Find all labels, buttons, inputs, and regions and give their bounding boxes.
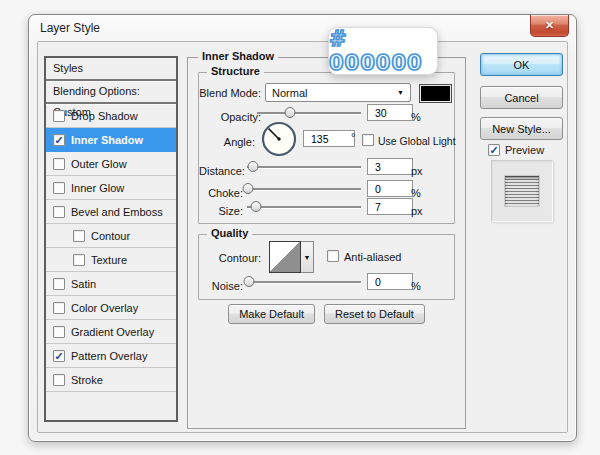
style-label: Inner Shadow: [71, 134, 143, 146]
close-button[interactable]: ✕: [530, 15, 569, 37]
cancel-button[interactable]: Cancel: [480, 86, 563, 109]
size-input[interactable]: [367, 198, 413, 215]
noise-input[interactable]: [367, 273, 413, 290]
style-checkbox[interactable]: [53, 302, 65, 314]
distance-slider-thumb[interactable]: [247, 161, 258, 172]
contour-picker[interactable]: ▼: [269, 241, 314, 273]
sidebar-item-texture[interactable]: Texture: [46, 248, 176, 272]
sidebar-item-color-overlay[interactable]: Color Overlay: [46, 296, 176, 320]
size-slider[interactable]: [247, 201, 361, 213]
style-checkbox[interactable]: ✓: [53, 350, 65, 362]
style-label: Outer Glow: [71, 158, 127, 170]
sidebar-item-outer-glow[interactable]: Outer Glow: [46, 152, 176, 176]
preview-toggle[interactable]: ✓ Preview: [488, 144, 544, 156]
distance-input[interactable]: [367, 158, 413, 175]
blend-mode-value: Normal: [272, 87, 307, 99]
sidebar-item-gradient-overlay[interactable]: Gradient Overlay: [46, 320, 176, 344]
style-label: Stroke: [71, 374, 103, 386]
contour-dropdown-icon[interactable]: ▼: [301, 241, 314, 273]
anti-aliased-checkbox[interactable]: [327, 250, 339, 262]
sidebar-item-stroke[interactable]: Stroke: [46, 368, 176, 392]
style-checkbox[interactable]: [73, 254, 85, 266]
distance-unit: px: [411, 165, 423, 177]
shadow-color-swatch[interactable]: [419, 84, 452, 103]
style-label: Texture: [91, 254, 127, 266]
choke-slider-thumb[interactable]: [243, 183, 254, 194]
distance-label: Distance:: [199, 165, 243, 177]
blend-mode-dropdown[interactable]: Normal ▼: [265, 83, 411, 102]
size-slider-thumb[interactable]: [251, 201, 262, 212]
action-column: OK Cancel New Style... ✓ Preview: [480, 42, 564, 432]
quality-legend: Quality: [207, 227, 252, 239]
new-style-button[interactable]: New Style...: [480, 117, 563, 140]
distance-slider[interactable]: [247, 161, 361, 173]
anti-aliased-label: Anti-aliased: [344, 251, 401, 263]
style-checkbox[interactable]: [53, 326, 65, 338]
ok-button[interactable]: OK: [480, 53, 563, 76]
hex-color-tooltip: # 000000: [328, 27, 438, 75]
style-label: Bevel and Emboss: [71, 206, 163, 218]
sidebar-item-inner-glow[interactable]: Inner Glow: [46, 176, 176, 200]
structure-group: Structure Blend Mode: Normal ▼ Opacity: …: [198, 72, 455, 224]
style-label: Gradient Overlay: [71, 326, 154, 338]
angle-unit: °: [351, 131, 355, 143]
size-unit: px: [411, 205, 423, 217]
sidebar-item-contour[interactable]: Contour: [46, 224, 176, 248]
choke-input[interactable]: [367, 180, 413, 197]
sidebar-item-inner-shadow[interactable]: ✓ Inner Shadow: [46, 128, 176, 152]
use-global-light-label: Use Global Light: [378, 135, 456, 147]
style-label: Color Overlay: [71, 302, 138, 314]
chevron-down-icon: ▼: [397, 89, 404, 96]
preview-label: Preview: [505, 144, 544, 156]
noise-slider-thumb[interactable]: [244, 276, 255, 287]
preview-pattern: [505, 176, 539, 206]
style-checkbox[interactable]: [53, 110, 65, 122]
structure-legend: Structure: [207, 65, 264, 77]
style-checkbox[interactable]: [53, 158, 65, 170]
quality-group: Quality Contour: ▼ Anti-aliased Noise: %: [198, 234, 455, 300]
preview-thumbnail: [491, 160, 553, 222]
style-label: Satin: [71, 278, 96, 290]
make-default-button[interactable]: Make Default: [228, 304, 315, 324]
style-items-container: Drop Shadow ✓ Inner Shadow Outer Glow In…: [46, 104, 176, 392]
opacity-slider-thumb[interactable]: [285, 107, 296, 118]
style-label: Contour: [91, 230, 130, 242]
styles-list: Styles Blending Options: Custom Drop Sha…: [44, 56, 178, 422]
angle-dial[interactable]: [261, 121, 297, 157]
desktop-background: Layer Style ✕ Styles Blending Options: C…: [0, 0, 600, 455]
style-checkbox[interactable]: ✓: [53, 134, 65, 146]
style-checkbox[interactable]: [53, 206, 65, 218]
close-icon: ✕: [545, 19, 554, 31]
style-checkbox[interactable]: [53, 278, 65, 290]
noise-slider[interactable]: [247, 276, 361, 288]
reset-to-default-button[interactable]: Reset to Default: [324, 304, 425, 324]
sidebar-item-satin[interactable]: Satin: [46, 272, 176, 296]
opacity-input[interactable]: [367, 104, 413, 121]
layer-style-dialog: Layer Style ✕ Styles Blending Options: C…: [28, 14, 577, 442]
style-checkbox[interactable]: [53, 182, 65, 194]
style-checkbox[interactable]: [53, 374, 65, 386]
style-checkbox[interactable]: [73, 230, 85, 242]
preview-checkbox[interactable]: ✓: [488, 144, 500, 156]
styles-header-label: Styles: [53, 62, 83, 74]
style-label: Pattern Overlay: [71, 350, 147, 362]
panel-title: Inner Shadow: [198, 50, 278, 62]
angle-input[interactable]: [303, 130, 355, 147]
noise-label: Noise:: [199, 280, 243, 292]
opacity-slider[interactable]: [257, 107, 361, 119]
dialog-title: Layer Style: [40, 21, 100, 35]
dialog-client-area: Styles Blending Options: Custom Drop Sha…: [37, 41, 568, 433]
sidebar-item-bevel-and-emboss[interactable]: Bevel and Emboss: [46, 200, 176, 224]
choke-slider[interactable]: [247, 183, 361, 195]
noise-unit: %: [411, 280, 421, 292]
opacity-label: Opacity:: [199, 111, 261, 123]
contour-thumbnail[interactable]: [269, 241, 301, 273]
sidebar-header-styles[interactable]: Styles: [46, 58, 176, 81]
choke-label: Choke:: [199, 187, 243, 199]
opacity-unit: %: [411, 111, 421, 123]
style-label: Inner Glow: [71, 182, 124, 194]
dialog-titlebar[interactable]: Layer Style ✕: [29, 15, 576, 41]
sidebar-item-pattern-overlay[interactable]: ✓ Pattern Overlay: [46, 344, 176, 368]
use-global-light-checkbox[interactable]: [362, 134, 374, 146]
sidebar-item-blending-options[interactable]: Blending Options: Custom: [46, 81, 176, 104]
